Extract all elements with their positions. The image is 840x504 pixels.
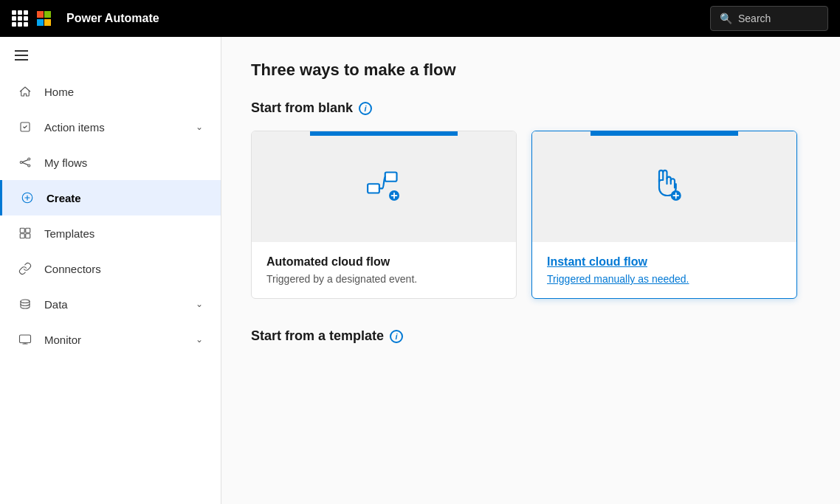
search-label: Search: [738, 13, 771, 24]
automated-card-title: Automated cloud flow: [266, 255, 501, 269]
svg-rect-12: [385, 173, 397, 182]
sidebar-label-connectors: Connectors: [44, 263, 203, 275]
sidebar-item-monitor[interactable]: Monitor ⌄: [0, 322, 221, 357]
svg-rect-10: [20, 335, 31, 343]
sidebar-item-my-flows[interactable]: My flows: [0, 145, 221, 180]
automated-card-desc: Triggered by a designated event.: [266, 273, 501, 285]
hamburger-icon: [15, 50, 206, 61]
svg-rect-6: [26, 228, 30, 232]
automated-card-info: Automated cloud flow Triggered by a desi…: [252, 242, 516, 298]
main-layout: Home Action items ⌄: [0, 37, 840, 504]
microsoft-logo: [37, 11, 52, 26]
sidebar-item-data[interactable]: Data ⌄: [0, 286, 221, 322]
svg-rect-5: [20, 228, 24, 232]
template-section-title: Start from a template: [251, 328, 384, 344]
content-area: Three ways to make a flow Start from bla…: [221, 37, 840, 504]
sidebar-label-home: Home: [44, 86, 203, 98]
template-section-header: Start from a template i: [251, 328, 810, 344]
instant-flow-icon: [638, 159, 690, 214]
instant-card-desc[interactable]: Triggered manually as needed.: [547, 273, 782, 285]
sidebar-item-home[interactable]: Home: [0, 74, 221, 109]
instant-cloud-flow-card[interactable]: Instant cloud flow Triggered manually as…: [531, 131, 797, 299]
blank-section-header: Start from blank i: [251, 100, 810, 116]
sidebar-label-action-items: Action items: [44, 121, 184, 134]
svg-rect-8: [26, 234, 30, 238]
monitor-icon: [18, 332, 32, 347]
app-title: Power Automate: [66, 12, 159, 25]
sidebar: Home Action items ⌄: [0, 37, 221, 504]
create-icon: [20, 190, 35, 205]
action-items-icon: [18, 120, 32, 134]
connectors-icon: [18, 261, 32, 276]
sidebar-item-create[interactable]: Create: [0, 180, 221, 215]
templates-icon: [18, 226, 32, 241]
search-icon: 🔍: [720, 13, 732, 24]
sidebar-label-create: Create: [47, 192, 203, 204]
svg-point-9: [21, 300, 30, 303]
template-info-icon[interactable]: i: [390, 330, 403, 343]
data-icon: [18, 297, 32, 311]
topbar: Power Automate 🔍 Search: [0, 0, 840, 37]
hamburger-button[interactable]: [0, 37, 221, 74]
home-icon: [18, 84, 32, 99]
flow-cards-row: Automated cloud flow Triggered by a desi…: [251, 131, 810, 299]
sidebar-label-data: Data: [44, 298, 184, 311]
svg-rect-11: [368, 184, 379, 193]
chevron-down-icon: ⌄: [196, 122, 203, 132]
chevron-down-icon: ⌄: [196, 299, 203, 309]
instant-card-visual: [532, 131, 796, 242]
my-flows-icon: [18, 155, 32, 170]
sidebar-label-my-flows: My flows: [44, 156, 203, 169]
automated-flow-icon: [358, 159, 410, 214]
blank-section-title: Start from blank: [251, 100, 353, 116]
svg-point-1: [20, 162, 22, 164]
blank-info-icon[interactable]: i: [359, 102, 372, 115]
automated-cloud-flow-card[interactable]: Automated cloud flow Triggered by a desi…: [251, 131, 517, 299]
automated-card-visual: [252, 131, 516, 242]
instant-card-title[interactable]: Instant cloud flow: [547, 255, 782, 269]
sidebar-item-connectors[interactable]: Connectors: [0, 251, 221, 286]
svg-rect-7: [20, 234, 24, 238]
chevron-down-icon: ⌄: [196, 334, 203, 345]
sidebar-label-templates: Templates: [44, 227, 203, 240]
search-box[interactable]: 🔍 Search: [710, 6, 828, 31]
sidebar-item-templates[interactable]: Templates: [0, 215, 221, 251]
instant-card-info: Instant cloud flow Triggered manually as…: [532, 242, 796, 298]
sidebar-item-action-items[interactable]: Action items ⌄: [0, 109, 221, 145]
app-launcher-icon[interactable]: [12, 10, 28, 27]
page-title: Three ways to make a flow: [251, 61, 810, 80]
sidebar-label-monitor: Monitor: [44, 334, 184, 346]
